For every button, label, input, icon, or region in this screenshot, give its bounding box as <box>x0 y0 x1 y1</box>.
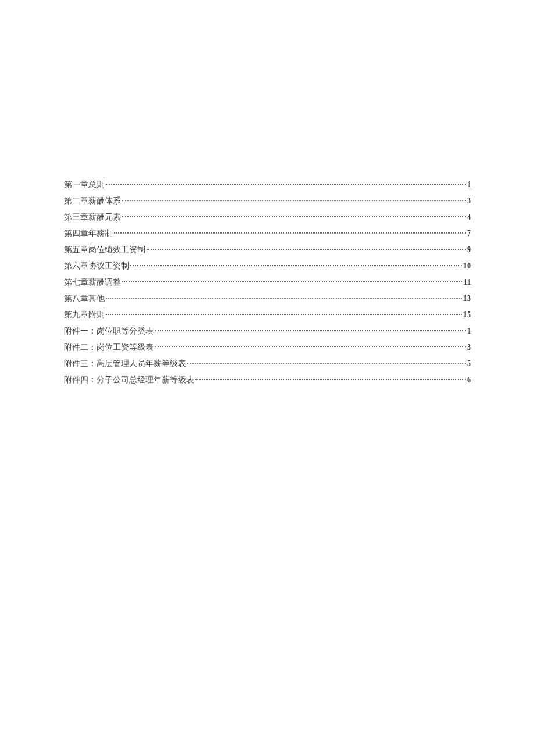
toc-entry-title: 第九章附则 <box>64 309 105 321</box>
toc-entry-title: 附件四：分子公司总经理年薪等级表 <box>64 374 194 386</box>
toc-entry-page: 3 <box>467 195 471 207</box>
toc-entry-page: 5 <box>467 357 471 370</box>
toc-entry-title: 附件一：岗位职等分类表 <box>64 325 154 337</box>
toc-leader-dots <box>130 265 462 266</box>
toc-entry: 第六章协议工资制 10 <box>64 260 471 272</box>
toc-entry: 第九章附则 15 <box>64 309 471 321</box>
toc-entry: 附件一：岗位职等分类表 1 <box>64 325 471 337</box>
toc-entry-title: 附件三：高层管理人员年薪等级表 <box>64 357 186 370</box>
toc-leader-dots <box>106 314 462 315</box>
toc-entry: 第二章薪酬体系 3 <box>64 195 471 207</box>
toc-entry-title: 第八章其他 <box>64 292 105 304</box>
toc-entry: 附件四：分子公司总经理年薪等级表 6 <box>64 374 471 386</box>
toc-entry: 第四章年薪制 7 <box>64 227 471 239</box>
toc-entry-title: 附件二：岗位工资等级表 <box>64 341 154 353</box>
toc-entry-title: 第二章薪酬体系 <box>64 195 121 207</box>
toc-leader-dots <box>147 249 466 250</box>
toc-leader-dots <box>195 379 466 380</box>
toc-leader-dots <box>155 330 466 331</box>
toc-leader-dots <box>122 281 462 282</box>
toc-leader-dots <box>155 346 466 347</box>
toc-entry-page: 9 <box>467 243 471 256</box>
toc-entry-page: 4 <box>467 211 471 223</box>
toc-entry-page: 13 <box>463 292 471 304</box>
toc-entry-title: 第三章薪酬元素 <box>64 211 121 223</box>
toc-entry: 第一章总则 1 <box>64 178 471 191</box>
toc-entry: 第八章其他 13 <box>64 292 471 304</box>
toc-leader-dots <box>187 363 466 364</box>
toc-entry-title: 第一章总则 <box>64 178 105 191</box>
toc-entry: 第七章薪酬调整 11 <box>64 276 471 288</box>
toc-entry-page: 15 <box>463 309 471 321</box>
toc-entry-page: 11 <box>463 276 471 288</box>
toc-entry: 第五章岗位绩效工资制 9 <box>64 243 471 256</box>
toc-entry-title: 第六章协议工资制 <box>64 260 129 272</box>
toc-entry-page: 1 <box>467 325 471 337</box>
toc-leader-dots <box>122 200 466 201</box>
toc-leader-dots <box>122 216 466 217</box>
toc-entry-page: 1 <box>467 178 471 191</box>
toc-entry-title: 第七章薪酬调整 <box>64 276 121 288</box>
toc-entry-page: 7 <box>467 227 471 239</box>
toc-entry-title: 第四章年薪制 <box>64 227 113 239</box>
table-of-contents: 第一章总则 1 第二章薪酬体系 3 第三章薪酬元素 4 第四章年薪制 7 第五章… <box>64 178 471 386</box>
toc-entry: 附件三：高层管理人员年薪等级表 5 <box>64 357 471 370</box>
toc-entry: 附件二：岗位工资等级表 3 <box>64 341 471 353</box>
toc-entry-title: 第五章岗位绩效工资制 <box>64 243 145 256</box>
toc-entry: 第三章薪酬元素 4 <box>64 211 471 223</box>
toc-entry-page: 10 <box>463 260 471 272</box>
toc-entry-page: 3 <box>467 341 471 353</box>
toc-entry-page: 6 <box>467 374 471 386</box>
toc-leader-dots <box>106 184 466 185</box>
toc-leader-dots <box>114 232 466 234</box>
toc-leader-dots <box>106 298 462 299</box>
document-page: 第一章总则 1 第二章薪酬体系 3 第三章薪酬元素 4 第四章年薪制 7 第五章… <box>0 0 535 386</box>
